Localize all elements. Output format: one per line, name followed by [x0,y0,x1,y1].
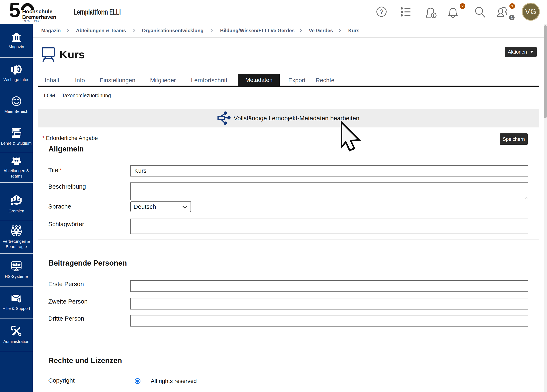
svg-text:?: ? [380,8,383,15]
svg-text:?: ? [18,299,20,303]
svg-text:Lernplattform ELLI: Lernplattform ELLI [74,8,121,16]
